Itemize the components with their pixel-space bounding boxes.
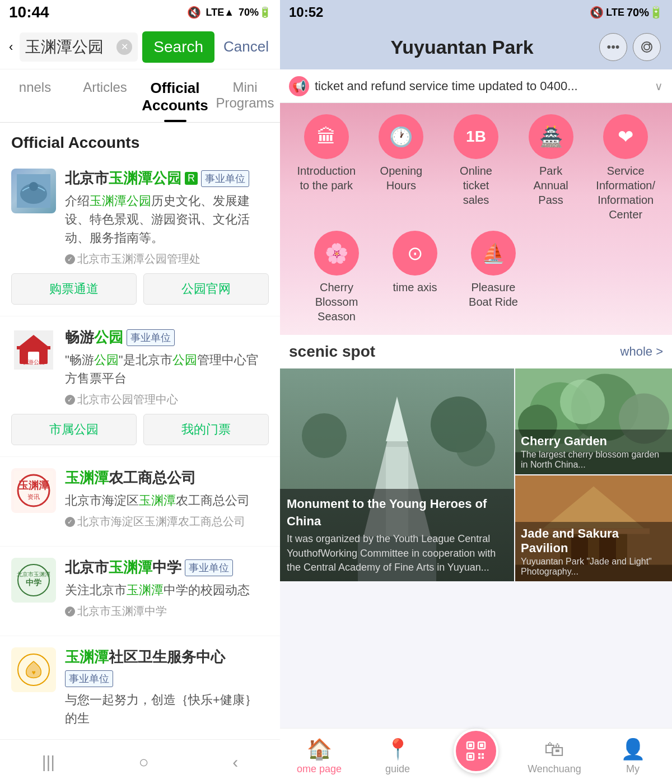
cherry-label: CherryBlossomSeason <box>315 280 358 324</box>
icon-timeaxis[interactable]: ⊙ time axis <box>384 231 446 324</box>
account-desc-nonggong: 北京市海淀区玉渊潭农工商总公司 <box>65 491 269 510</box>
monument-title: Monument to the Young Heroes of China <box>287 496 507 530</box>
tab-articles[interactable]: Articles <box>70 69 140 122</box>
tab-channels[interactable]: nnels <box>0 69 70 122</box>
svg-rect-54 <box>478 757 480 759</box>
wenchuang-icon: 🛍 <box>544 738 564 761</box>
cherry-garden-overlay: Cherry Garden The largest cherry blossom… <box>515 430 672 474</box>
scenic-card-jade[interactable]: Jade and Sakura Pavilion Yuyuantan Park … <box>515 475 672 581</box>
hours-label: OpeningHours <box>380 164 423 193</box>
svg-rect-50 <box>480 744 483 747</box>
announce-text: ticket and refund service time updated t… <box>315 79 649 94</box>
account-item-nonggong: 玉渊潭 资讯 玉渊潭农工商总公司 北京市海淀区玉渊潭农工商总公司 <box>0 457 280 547</box>
signal-icon-right: LTE <box>606 7 624 18</box>
service-icon: ❤ <box>603 114 648 159</box>
account-org-middle: ✓ 北京市玉渊潭中学 <box>65 604 269 619</box>
annual-label: ParkAnnualPass <box>533 164 568 207</box>
jade-pavilion-desc: Yuyuantan Park "Jade and Light" Photogra… <box>521 557 666 577</box>
badge-type-middle: 事业单位 <box>185 559 233 576</box>
right-panel: 10:52 🔇 LTE 70%🔋 Yuyuantan Park ••• 📢 ti… <box>280 0 672 784</box>
signal-icon: LTE▲ <box>206 7 234 18</box>
bnav-my[interactable]: 👤 My <box>594 733 672 780</box>
nav-back-btn[interactable]: ‹ <box>232 753 238 772</box>
icon-ticket[interactable]: 1B Onlineticketsales <box>445 114 507 222</box>
search-input[interactable]: 玉渊潭公园 <box>25 36 116 58</box>
top-header: Yuyuantan Park ••• <box>280 25 672 69</box>
annual-icon: 🏯 <box>529 114 573 159</box>
scenic-card-monument[interactable]: Monument to the Young Heroes of China It… <box>280 368 514 581</box>
scenic-card-cherry[interactable]: Cherry Garden The largest cherry blossom… <box>515 368 672 474</box>
svg-rect-53 <box>482 753 484 755</box>
park-btn[interactable]: 市属公园 <box>11 414 137 445</box>
cherry-icon: 🌸 <box>314 231 359 276</box>
bnav-home[interactable]: 🏠 ome page <box>280 733 358 780</box>
svg-rect-7 <box>17 346 50 349</box>
icon-cherry[interactable]: 🌸 CherryBlossomSeason <box>306 231 367 324</box>
website-btn[interactable]: 公园官网 <box>143 273 269 305</box>
account-name-row: 北京市玉渊潭公园 R 事业单位 <box>65 169 269 188</box>
nav-menu-btn[interactable]: ||| <box>42 753 55 772</box>
monument-overlay: Monument to the Young Heroes of China It… <box>280 489 514 581</box>
account-info-park: 北京市玉渊潭公园 R 事业单位 介绍玉渊潭公园历史文化、发展建设、特色景观、游园… <box>65 169 269 267</box>
icon-intro[interactable]: 🏛 Introductionto the park <box>296 114 357 222</box>
status-icons-right: 🔇 LTE 70%🔋 <box>590 6 663 19</box>
account-info-nonggong: 玉渊潭农工商总公司 北京市海淀区玉渊潭农工商总公司 ✓ 北京市海淀区玉渊潭农工商… <box>65 468 269 529</box>
svg-point-21 <box>644 44 650 50</box>
account-list: 北京市玉渊潭公园 R 事业单位 介绍玉渊潭公园历史文化、发展建设、特色景观、游园… <box>0 157 280 739</box>
svg-rect-55 <box>482 757 484 759</box>
icon-service[interactable]: ❤ ServiceInformation/InformationCenter <box>595 114 656 222</box>
my-icon: 👤 <box>620 738 646 761</box>
account-desc-park: 介绍玉渊潭公园历史文化、发展建设、特色景观、游园资讯、文化活动、服务指南等。 <box>65 192 269 247</box>
account-name-row-health: 玉渊潭社区卫生服务中心 事业单位 <box>65 647 269 687</box>
svg-point-30 <box>456 427 495 466</box>
ticket-my-btn[interactable]: 我的门票 <box>143 414 269 445</box>
tab-official-accounts[interactable]: Official Accounts <box>140 69 210 122</box>
announcement-bar[interactable]: 📢 ticket and refund service time updated… <box>280 69 672 103</box>
account-name-changyou: 畅游公园 <box>65 328 123 347</box>
back-button[interactable]: ‹ <box>7 38 15 57</box>
verify-icon: ✓ <box>65 254 75 264</box>
section-title: Official Accounts <box>0 123 280 157</box>
ticket-btn[interactable]: 购票通道 <box>11 273 137 305</box>
nav-home-btn[interactable]: ○ <box>139 753 149 772</box>
cherry-garden-desc: The largest cherry blossom garden in Nor… <box>521 450 666 470</box>
more-btn[interactable]: ••• <box>599 33 627 61</box>
account-name-park: 北京市玉渊潭公园 <box>65 169 181 188</box>
my-label: My <box>626 763 640 775</box>
search-input-wrap[interactable]: 玉渊潭公园 ✕ <box>20 32 138 62</box>
account-info-middle: 北京市玉渊潭中学 事业单位 关注北京市玉渊潭中学的校园动态 ✓ 北京市玉渊潭中学 <box>65 558 269 619</box>
account-item-changyou: 畅游公园 畅游公园 事业单位 "畅游公园"是北京市公园管理中心官方售票平台 <box>0 316 280 457</box>
bnav-guide[interactable]: 📍 guide <box>358 733 437 780</box>
verify-icon-nonggong: ✓ <box>65 517 75 527</box>
cancel-button[interactable]: Cancel <box>219 38 273 55</box>
camera-btn[interactable] <box>633 33 661 61</box>
jade-pavilion-title: Jade and Sakura Pavilion <box>521 526 666 556</box>
icon-hours[interactable]: 🕐 OpeningHours <box>370 114 432 222</box>
account-buttons-changyou: 市属公园 我的门票 <box>11 414 269 445</box>
account-name-middle: 北京市玉渊潭中学 <box>65 558 181 577</box>
time-right: 10:52 <box>289 4 323 20</box>
bottom-nav-left: ||| ○ ‹ <box>0 739 280 784</box>
mute-icon: 🔇 <box>187 6 201 19</box>
icon-annual[interactable]: 🏯 ParkAnnualPass <box>520 114 582 222</box>
clear-button[interactable]: ✕ <box>116 39 132 55</box>
scenic-grid: Monument to the Young Heroes of China It… <box>280 368 672 581</box>
guide-label: guide <box>385 763 410 775</box>
badge-type-health: 事业单位 <box>65 670 113 687</box>
avatar-middle-school: 北京市玉渊潭 中学 <box>11 558 56 603</box>
account-desc-middle: 关注北京市玉渊潭中学的校园动态 <box>65 581 269 599</box>
account-item-health: ♥ 玉渊潭社区卫生服务中心 事业单位 与您一起努力，创造｛快乐+健康｝的生 <box>0 636 280 739</box>
account-name-nonggong: 玉渊潭农工商总公司 <box>65 468 196 488</box>
announce-arrow: ∨ <box>655 80 663 93</box>
search-button[interactable]: Search <box>142 31 214 63</box>
bnav-scan[interactable] <box>437 740 515 773</box>
time-left: 10:44 <box>9 3 49 21</box>
svg-text:♥: ♥ <box>31 669 35 676</box>
tab-mini-programs[interactable]: Mini Programs <box>210 69 280 122</box>
bnav-wenchuang[interactable]: 🛍 Wenchuang <box>515 733 594 780</box>
hours-icon: 🕐 <box>379 114 423 159</box>
icon-boat[interactable]: ⛵ PleasureBoat Ride <box>463 231 524 324</box>
scan-button[interactable] <box>454 729 498 773</box>
intro-icon: 🏛 <box>304 114 349 159</box>
scenic-more[interactable]: whole > <box>620 344 663 359</box>
